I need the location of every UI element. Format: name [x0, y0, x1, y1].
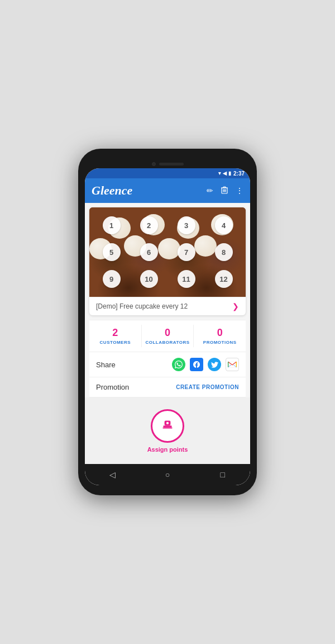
- edit-icon[interactable]: ✏: [207, 186, 213, 195]
- loyalty-dot: 3: [168, 212, 205, 239]
- stat-label: CUSTOMERS: [100, 340, 131, 345]
- assign-points-label: Assign points: [147, 446, 188, 453]
- app-bar: Gleence ✏ ⋮: [85, 178, 250, 203]
- card-chevron-icon: ❯: [232, 302, 239, 311]
- share-label: Share: [96, 361, 172, 369]
- share-row: Share: [89, 352, 246, 377]
- loyalty-dot: 6: [130, 239, 168, 266]
- loyalty-dot: 9: [93, 266, 130, 292]
- svg-rect-6: [163, 425, 171, 427]
- promotion-label: Promotion: [96, 383, 176, 391]
- assign-points-button[interactable]: [151, 409, 184, 443]
- whatsapp-icon[interactable]: [172, 358, 185, 371]
- stat-number: 0: [217, 327, 223, 339]
- svg-rect-2: [223, 187, 226, 188]
- more-icon[interactable]: ⋮: [236, 186, 243, 195]
- loyalty-dot: 8: [205, 239, 242, 266]
- stats-row: 2CUSTOMERS0COLLABORATORS0PROMOTIONS: [89, 320, 246, 352]
- create-promotion-button[interactable]: CREATE PROMOTION: [176, 384, 239, 390]
- stat-number: 2: [112, 327, 118, 339]
- loyalty-dot: 5: [93, 239, 130, 266]
- loyalty-dot: 1: [93, 212, 130, 239]
- svg-rect-8: [162, 427, 172, 428]
- stat-label: COLLABORATORS: [145, 340, 189, 345]
- svg-point-9: [166, 422, 169, 424]
- delete-icon[interactable]: [221, 186, 228, 196]
- app-logo: Gleence: [92, 183, 207, 198]
- app-bar-icons: ✏ ⋮: [207, 186, 243, 196]
- front-camera: [152, 162, 156, 166]
- status-icons: ▾ ◀ ▮: [218, 171, 231, 176]
- loyalty-dots-grid: 123456789101112: [89, 207, 246, 297]
- bottom-area: Assign points: [85, 397, 250, 464]
- wifi-icon: ▾: [218, 171, 221, 176]
- nav-bar: ◁ ○ □: [85, 464, 250, 485]
- phone-screen: ▾ ◀ ▮ 2:37 Gleence ✏: [85, 168, 250, 485]
- card-image: 123456789101112: [89, 207, 246, 297]
- back-button[interactable]: ◁: [104, 468, 121, 481]
- recents-button[interactable]: □: [214, 468, 231, 481]
- signal-icon: ◀: [223, 171, 227, 176]
- status-time: 2:37: [233, 171, 245, 177]
- card-title: [Demo] Free cupcake every 12: [96, 302, 232, 310]
- share-icons: [172, 358, 239, 371]
- stat-item[interactable]: 0PROMOTIONS: [194, 325, 246, 347]
- loyalty-dot: 12: [205, 266, 242, 292]
- twitter-icon[interactable]: [208, 358, 221, 371]
- card-title-row[interactable]: [Demo] Free cupcake every 12 ❯: [89, 297, 246, 315]
- status-bar: ▾ ◀ ▮ 2:37: [85, 168, 250, 178]
- loyalty-dot: 10: [130, 266, 168, 292]
- stat-item[interactable]: 2CUSTOMERS: [89, 325, 142, 347]
- promotion-row: Promotion CREATE PROMOTION: [89, 377, 246, 397]
- home-button[interactable]: ○: [159, 468, 176, 481]
- loyalty-dot: 2: [130, 212, 168, 239]
- phone-speaker: [159, 163, 184, 165]
- loyalty-dot: 11: [168, 266, 205, 292]
- loyalty-card: 123456789101112 [Demo] Free cupcake ever…: [89, 207, 246, 315]
- phone-device: ▾ ◀ ▮ 2:37 Gleence ✏: [78, 149, 257, 495]
- stamp-icon: [160, 417, 175, 435]
- phone-notch: [152, 159, 184, 168]
- gmail-icon[interactable]: [226, 358, 239, 371]
- facebook-icon[interactable]: [190, 358, 203, 371]
- loyalty-dot: 7: [168, 239, 205, 266]
- battery-icon: ▮: [228, 171, 231, 176]
- stat-label: PROMOTIONS: [203, 340, 237, 345]
- stat-item[interactable]: 0COLLABORATORS: [142, 325, 194, 347]
- loyalty-dot: 4: [205, 212, 242, 239]
- stat-number: 0: [165, 327, 170, 339]
